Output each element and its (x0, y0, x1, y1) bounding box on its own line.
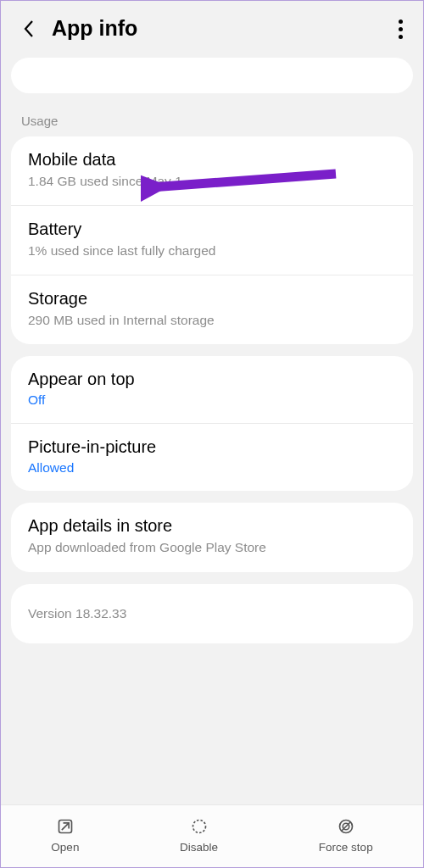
bottom-bar: Open Disable Force stop (1, 804, 423, 867)
disable-label: Disable (180, 841, 218, 854)
row-storage[interactable]: Storage 290 MB used in Internal storage (11, 275, 413, 344)
more-menu-button[interactable] (399, 19, 403, 39)
row-value: Off (28, 392, 396, 408)
store-card: App details in store App downloaded from… (11, 503, 413, 571)
version-card: Version 18.32.33 (11, 584, 413, 643)
page-title: App info (52, 16, 137, 41)
open-button[interactable]: Open (51, 817, 79, 854)
row-title: Appear on top (28, 370, 396, 389)
row-app-details-store[interactable]: App details in store App downloaded from… (11, 503, 413, 571)
chevron-left-icon (22, 19, 36, 39)
force-stop-button[interactable]: Force stop (319, 817, 373, 854)
more-vertical-icon (399, 19, 403, 39)
row-subtext: App downloaded from Google Play Store (28, 539, 396, 556)
usage-section-label: Usage (1, 102, 423, 136)
row-title: Picture-in-picture (28, 437, 396, 457)
disable-button[interactable]: Disable (180, 817, 218, 854)
force-stop-label: Force stop (319, 841, 373, 854)
force-stop-icon (337, 817, 355, 836)
row-appear-on-top[interactable]: Appear on top Off (11, 356, 413, 424)
usage-card: Mobile data 1.84 GB used since May 1 Bat… (11, 136, 413, 344)
disable-icon (190, 817, 209, 836)
row-battery[interactable]: Battery 1% used since last fully charged (11, 206, 413, 275)
overlay-card: Appear on top Off Picture-in-picture All… (11, 356, 413, 491)
row-title: Storage (28, 289, 396, 309)
header: App info (1, 1, 423, 53)
back-button[interactable] (18, 18, 40, 40)
row-subtext: 290 MB used in Internal storage (28, 312, 396, 329)
row-mobile-data[interactable]: Mobile data 1.84 GB used since May 1 (11, 136, 413, 206)
version-text: Version 18.32.33 (28, 606, 396, 621)
open-label: Open (51, 841, 79, 854)
row-title: Mobile data (28, 150, 396, 170)
row-subtext: 1.84 GB used since May 1 (28, 173, 396, 190)
card-fragment (11, 58, 413, 93)
row-title: Battery (28, 220, 396, 239)
row-subtext: 1% used since last fully charged (28, 242, 396, 259)
row-value: Allowed (28, 460, 396, 476)
svg-point-1 (192, 821, 205, 833)
open-icon (56, 817, 75, 836)
row-title: App details in store (28, 516, 396, 536)
row-picture-in-picture[interactable]: Picture-in-picture Allowed (11, 424, 413, 491)
